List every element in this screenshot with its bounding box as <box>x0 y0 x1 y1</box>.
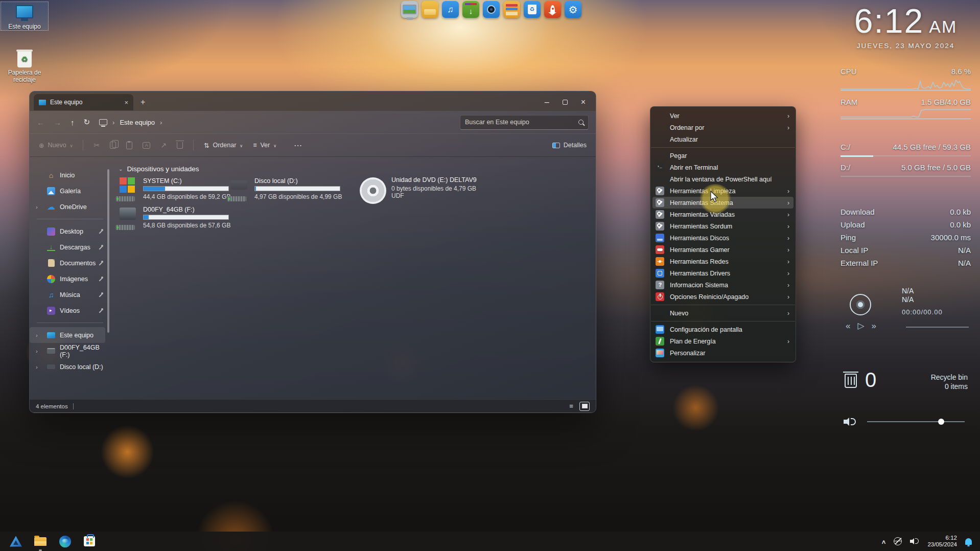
search-input[interactable] <box>465 119 578 126</box>
section-devices[interactable]: ⌄ Dispositivos y unidades <box>119 165 199 173</box>
back-icon[interactable]: ← <box>37 118 44 127</box>
sidebar-item-imagenes[interactable]: Imágenes <box>30 271 110 287</box>
status-bar: 4 elementos ≡ <box>30 399 596 412</box>
menu-item-informacion-sistema[interactable]: Informacion Sistema› <box>650 279 796 291</box>
next-track-icon[interactable]: » <box>872 321 876 331</box>
taskbar-clock[interactable]: 6:12 23/05/2024 <box>927 535 957 548</box>
rename-icon[interactable]: A <box>143 142 150 149</box>
menu-item-herramientas-limpieza[interactable]: Herramientas Limpieza› <box>650 185 796 197</box>
pin-icon <box>99 261 103 265</box>
breadcrumb[interactable]: › Este equipo › <box>99 119 162 126</box>
menu-item-pegar[interactable]: Pegar <box>650 150 796 162</box>
files-app-icon[interactable] <box>422 1 438 18</box>
sidebar-item-inicio[interactable]: ⌂ Inicio <box>30 167 110 183</box>
menu-item-herramientas-discos[interactable]: Herramientas Discos› <box>650 232 796 244</box>
forward-icon[interactable]: → <box>54 118 61 127</box>
bin-icon: ♻ <box>528 5 536 14</box>
chevron-right-icon: › <box>36 204 38 210</box>
menu-item-herramientas-sordum[interactable]: Herramientas Sordum› <box>650 220 796 232</box>
refresh-icon[interactable]: ↻ <box>84 118 90 127</box>
sidebar-item-usb-drive[interactable]: › D00FY_64GB (F:) <box>30 343 110 359</box>
desktop-icon-este-equipo[interactable]: Este equipo <box>1 2 48 30</box>
menu-item-herramientas-redes[interactable]: Herramientas Redes› <box>650 256 796 267</box>
breadcrumb-location[interactable]: Este equipo <box>120 119 155 126</box>
sidebar-item-musica[interactable]: ♫ Música <box>30 287 110 303</box>
trash-icon[interactable] <box>845 374 857 388</box>
menu-item-actualizar[interactable]: Actualizar <box>650 133 796 145</box>
delete-icon[interactable] <box>177 142 183 149</box>
file-explorer-taskbar-button[interactable] <box>34 535 47 548</box>
drive-icon-area <box>227 177 249 200</box>
menu-item-configuracion-pantalla[interactable]: Configuración de pantalla <box>650 324 796 335</box>
up-icon[interactable]: ↑ <box>71 118 75 127</box>
volume-tray-icon[interactable] <box>910 537 919 545</box>
sidebar-scrollbar[interactable] <box>107 169 109 333</box>
sidebar-item-videos[interactable]: Vídeos <box>30 303 110 318</box>
view-button[interactable]: ≡ Ver ∨ <box>253 142 276 149</box>
drive-d[interactable]: Disco local (D:) 4,97 GB disponibles de … <box>227 177 363 200</box>
menu-item-ver[interactable]: Ver› <box>650 110 796 122</box>
new-button[interactable]: ⊕ Nuevo ∨ <box>39 142 73 149</box>
sidebar-item-documentos[interactable]: Documentos <box>30 255 110 271</box>
previous-track-icon[interactable]: « <box>846 321 850 331</box>
sidebar-item-este-equipo[interactable]: › Este equipo <box>30 327 105 343</box>
cpu-row: CPU 8.6 % <box>841 67 971 76</box>
more-options-icon[interactable]: ⋯ <box>294 141 302 150</box>
close-button[interactable]: × <box>581 98 586 107</box>
desktop-icon-recycle-bin[interactable]: Papelera de reciclaje <box>1 51 48 83</box>
menu-item-plan-energia[interactable]: Plan de Energía› <box>650 335 796 347</box>
menu-item-ordenar-por[interactable]: Ordenar por› <box>650 122 796 133</box>
tray-overflow-button[interactable]: ˄ <box>882 538 886 546</box>
sidebar-item-disco-local-d[interactable]: › Disco local (D:) <box>30 359 110 375</box>
notifications-bell-icon[interactable] <box>965 538 972 545</box>
downloads-app-icon[interactable] <box>462 1 479 18</box>
list-view-button[interactable]: ≡ <box>566 402 576 411</box>
new-tab-button[interactable]: + <box>141 98 145 107</box>
drive-f[interactable]: D00FY_64GB (F:) 54,8 GB disponibles de 5… <box>115 206 251 229</box>
icon-view-button[interactable] <box>579 402 590 411</box>
cards-app-icon[interactable] <box>503 1 520 18</box>
menu-item-herramientas-variadas[interactable]: Herramientas Variadas› <box>650 209 796 220</box>
menu-item-abrir-terminal[interactable]: Abrir en Terminal <box>650 162 796 173</box>
settings-app-icon[interactable] <box>565 1 581 18</box>
menu-item-herramientas-gamer[interactable]: Herramientas Gamer› <box>650 244 796 256</box>
store-taskbar-button[interactable] <box>83 535 96 548</box>
play-icon[interactable]: ▷ <box>857 320 864 331</box>
search-box[interactable] <box>460 115 589 130</box>
camera-app-icon[interactable] <box>483 1 500 18</box>
menu-item-personalizar[interactable]: Personalizar <box>650 347 796 359</box>
cut-icon[interactable]: ✂ <box>94 141 100 149</box>
sidebar-item-galeria[interactable]: Galería <box>30 183 110 199</box>
share-icon[interactable]: ↗ <box>160 141 167 149</box>
details-button[interactable]: Detalles <box>552 142 587 149</box>
menu-item-powershell[interactable]: Abrir la ventana de PowerShell aquí <box>650 173 796 185</box>
volume-slider[interactable] <box>867 421 965 422</box>
paste-icon[interactable] <box>126 142 132 149</box>
recycle-app-icon[interactable]: ♻ <box>524 1 541 18</box>
taskbar: ˄ 6:12 23/05/2024 <box>0 532 980 551</box>
minimize-button[interactable]: – <box>545 98 549 107</box>
start-button[interactable] <box>9 535 22 548</box>
maximize-button[interactable] <box>563 100 568 105</box>
menu-item-herramientas-drivers[interactable]: Herramientas Drivers› <box>650 267 796 279</box>
desktop-app-icon[interactable] <box>401 1 418 18</box>
launcher-app-icon[interactable] <box>544 1 561 18</box>
tab-close-icon[interactable]: × <box>124 99 128 106</box>
copy-icon[interactable] <box>110 142 116 149</box>
sidebar-item-onedrive[interactable]: › ☁ OneDrive <box>30 199 110 215</box>
edge-taskbar-button[interactable] <box>58 535 72 548</box>
menu-item-nuevo[interactable]: Nuevo› <box>650 307 796 319</box>
music-app-icon[interactable] <box>442 1 459 18</box>
drive-dvd[interactable]: Unidad de DVD (E:) DELTAV9 0 bytes dispo… <box>360 176 500 204</box>
sidebar-item-desktop[interactable]: Desktop <box>30 223 110 239</box>
menu-item-herramientas-sistema[interactable]: Herramientas Sistema› <box>652 197 794 209</box>
media-progress-bar[interactable] <box>906 327 969 328</box>
tab-este-equipo[interactable]: Este equipo × <box>34 94 133 110</box>
sort-button[interactable]: ⇅ Ordenar ∨ <box>204 142 243 149</box>
navigation-bar: ← → ↑ ↻ › Este equipo › <box>30 111 596 133</box>
recycle-count: 0 <box>865 369 876 392</box>
menu-item-opciones-reinicio[interactable]: Opciones Reinicio/Apagado› <box>650 291 796 303</box>
no-internet-icon[interactable] <box>894 537 902 545</box>
volume-knob[interactable] <box>938 419 944 425</box>
sidebar-item-descargas[interactable]: ↓ Descargas <box>30 239 110 255</box>
